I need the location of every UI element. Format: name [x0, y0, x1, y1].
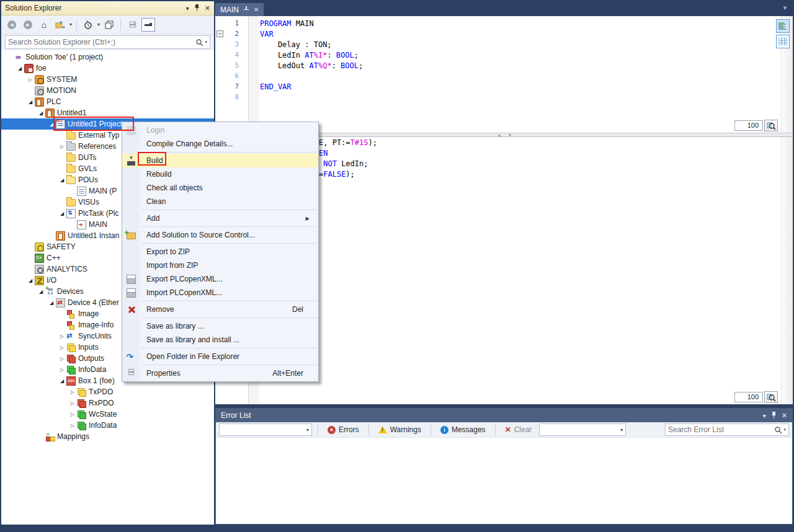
expand-arrow-icon[interactable]: ▷ [68, 412, 77, 417]
sync-dropdown-icon[interactable]: ▾ [69, 22, 72, 27]
pending-changes-icon[interactable] [81, 18, 95, 32]
tree-item-mappings[interactable]: +Mappings [1, 431, 214, 442]
tree-item-rxpdo[interactable]: ▷RxPDO [1, 397, 214, 409]
code-fragment[interactable]: E, PT:=T#1S); [319, 138, 377, 149]
properties-wrench-icon[interactable]: ⚿ [125, 18, 139, 32]
pin-icon[interactable] [771, 412, 777, 420]
editor-scrollbar[interactable] [781, 137, 793, 404]
menu-item-add[interactable]: Add▶ [122, 211, 318, 225]
zoom-icon[interactable] [764, 391, 778, 403]
menu-item-export-plcopenxml[interactable]: Export PLCopenXML... [122, 272, 318, 286]
tree-item-infodata[interactable]: ▷InfoData [1, 420, 214, 431]
collapse-arrow-icon[interactable]: ◢ [58, 211, 66, 216]
code-line-1[interactable]: 1PROGRAM MAIN [215, 18, 793, 29]
expand-arrow-icon[interactable]: ▷ [26, 77, 35, 82]
search-icon[interactable] [195, 38, 203, 47]
expand-arrow-icon[interactable]: ▷ [58, 367, 66, 373]
expand-arrow-icon[interactable]: ▷ [58, 356, 66, 361]
collapse-arrow-icon[interactable]: ◢ [37, 110, 45, 116]
code-line-4[interactable]: 4 LedIn AT%I*: BOOL; [215, 50, 793, 60]
code-fragment[interactable]: EN [319, 149, 377, 159]
expand-arrow-icon[interactable]: ▷ [68, 401, 77, 406]
window-position-icon[interactable]: ▾ [186, 5, 189, 12]
menu-item-rebuild[interactable]: Rebuild [122, 167, 318, 181]
search-icon[interactable] [774, 426, 782, 434]
search-input[interactable] [8, 38, 195, 47]
tab-list-dropdown-icon[interactable]: ▼ [782, 5, 788, 11]
tree-item-system[interactable]: ▷SYSTEM [1, 74, 214, 85]
scope-combobox[interactable]: ▾ [219, 423, 312, 436]
expand-arrow-icon[interactable]: ▷ [58, 345, 66, 350]
menu-item-import-plcopenxml[interactable]: Import PLCopenXML... [122, 286, 318, 299]
zoom-level-field[interactable]: 100 [734, 392, 763, 402]
preview-selected-toggle-icon[interactable] [141, 18, 155, 32]
menu-item-compile-change-details[interactable]: Compile Change Details... [122, 137, 318, 151]
zoom-level-field[interactable]: 100 [734, 120, 763, 131]
menu-item-save-as-library-and-install[interactable]: Save as library and install ... [122, 333, 318, 347]
code-line-3[interactable]: 3 Delay : TON; [215, 39, 793, 50]
home-icon[interactable]: ⌂ [37, 18, 51, 32]
back-icon[interactable]: ◄ [5, 18, 19, 32]
tree-item-motion[interactable]: MOTION [1, 85, 214, 96]
collapse-arrow-icon[interactable]: ◢ [16, 66, 24, 71]
collapse-arrow-icon[interactable]: ◢ [47, 122, 56, 127]
expand-arrow-icon[interactable]: ▷ [68, 423, 77, 428]
expand-arrow-icon[interactable]: ▷ [68, 389, 77, 395]
menu-item-save-as-library[interactable]: Save as library ... [122, 319, 318, 333]
warnings-filter-button[interactable]: Warnings [375, 423, 425, 436]
expand-arrow-icon[interactable]: ▷ [58, 334, 66, 339]
messages-filter-button[interactable]: i Messages [437, 423, 489, 436]
collapse-arrow-icon[interactable]: ◢ [37, 289, 45, 295]
pending-dropdown-icon[interactable]: ▾ [97, 22, 100, 27]
menu-item-properties[interactable]: ⚿PropertiesAlt+Enter [122, 366, 318, 380]
collapse-arrow-icon[interactable]: ◢ [58, 378, 66, 384]
code-line-7[interactable]: 7END_VAR [215, 81, 793, 92]
forward-icon[interactable]: ► [21, 18, 35, 32]
search-dropdown-icon[interactable]: ▾ [783, 427, 786, 432]
menu-item-clean[interactable]: Clean [122, 195, 318, 208]
menu-item-import-from-zip[interactable]: Import from ZIP [122, 259, 318, 272]
tree-item-untitled1[interactable]: ◢Untitled1 [1, 107, 214, 118]
menu-item-build[interactable]: Build [122, 154, 318, 167]
menu-item-add-solution-to-source-control[interactable]: Add Solution to Source Control... [122, 228, 318, 242]
menu-item-remove[interactable]: RemoveDel [122, 303, 318, 316]
tabular-view-button[interactable] [776, 35, 790, 48]
tab-close-icon[interactable]: ✕ [254, 6, 259, 13]
collapse-arrow-icon[interactable]: ◢ [26, 99, 35, 105]
tree-item-txpdo[interactable]: ▷TxPDO [1, 386, 214, 397]
errors-filter-button[interactable]: ✕ Errors [324, 423, 363, 436]
code-fragment[interactable]: =FALSE); [319, 170, 377, 180]
close-icon[interactable]: ✕ [205, 4, 210, 12]
search-box[interactable]: ▾ [5, 35, 210, 49]
error-search-box[interactable]: ▾ [665, 423, 789, 436]
window-position-icon[interactable]: ▾ [763, 412, 766, 419]
code-line-8[interactable]: 8 [215, 92, 793, 102]
search-dropdown-icon[interactable]: ▾ [205, 40, 207, 45]
close-icon[interactable]: ✕ [782, 412, 787, 420]
tree-item-solution-foe-1-project[interactable]: ∞Solution 'foe' (1 project) [1, 51, 214, 63]
menu-item-check-all-objects[interactable]: Check all objects [122, 181, 318, 195]
collapse-arrow-icon[interactable]: ◢ [47, 300, 56, 306]
pin-icon[interactable] [194, 4, 200, 12]
tab-main[interactable]: MAIN ✕ [215, 3, 264, 16]
fold-collapse-icon[interactable]: − [216, 30, 223, 37]
menu-item-open-folder-in-file-explorer[interactable]: ↷Open Folder in File Explorer [122, 350, 318, 363]
tree-item-plc[interactable]: ◢PLC [1, 96, 214, 107]
textual-view-button[interactable] [776, 19, 790, 33]
tree-item-wcstate[interactable]: ▷WcState [1, 409, 214, 420]
sync-active-document-icon[interactable] [53, 18, 67, 32]
collapse-arrow-icon[interactable]: ◢ [58, 177, 66, 183]
zoom-icon[interactable] [764, 120, 778, 131]
filter-combobox[interactable]: ▾ [539, 423, 626, 436]
code-fragment[interactable]: NOT LedIn; [319, 159, 377, 170]
menu-item-export-to-zip[interactable]: Export to ZIP [122, 245, 318, 259]
code-line-2[interactable]: 2−VAR [215, 29, 793, 39]
collapse-all-icon[interactable] [102, 18, 116, 32]
error-search-input[interactable] [668, 425, 774, 434]
collapse-arrow-icon[interactable]: ◢ [26, 278, 35, 283]
clear-button[interactable]: ✕ Clear [501, 423, 536, 436]
tab-pin-icon[interactable] [243, 6, 249, 14]
declaration-pane[interactable]: 1PROGRAM MAIN2−VAR3 Delay : TON;4 LedIn … [215, 16, 793, 133]
code-line-6[interactable]: 6 [215, 71, 793, 81]
tree-item-foe[interactable]: ◢foe [1, 63, 214, 74]
